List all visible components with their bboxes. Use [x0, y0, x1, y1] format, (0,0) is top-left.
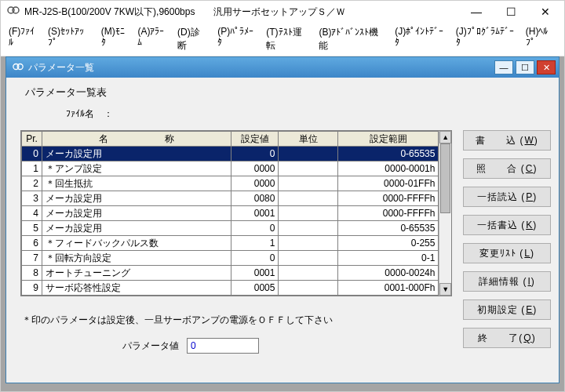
menu-parameter[interactable]: (P)ﾊﾟﾗﾒｰﾀ [214, 24, 260, 54]
menubar: (F)ﾌｧｲﾙ (S)ｾｯﾄｱｯﾌﾟ (M)ﾓﾆﾀ (A)ｱﾗｰﾑ (D)診断 … [1, 23, 564, 56]
child-minimize-button[interactable]: — [494, 60, 513, 74]
batch-read-button[interactable]: 一括読込 (P) [463, 187, 551, 207]
app-title-left: MR-J2S-B(100/200V 7KW以下),9600bps [24, 5, 195, 19]
verify-button[interactable]: 照 合 (C) [463, 158, 551, 179]
svg-point-3 [17, 64, 23, 69]
close-button[interactable]: 終 了(Q) [463, 328, 551, 348]
mdi-area: パラメータ一覧 — ☐ ✕ パラメータ一覧表 ﾌｧｲﾙ名 ： Pr. [1, 56, 564, 391]
menu-file[interactable]: (F)ﾌｧｲﾙ [5, 24, 42, 54]
scroll-thumb[interactable] [440, 143, 450, 213]
scroll-track[interactable] [439, 143, 451, 283]
table-scroll: Pr. 名 称 設定値 単位 設定範囲 0メーカ設定用00-655351＊アンプ… [20, 130, 452, 296]
menu-diagnosis[interactable]: (D)診断 [174, 24, 211, 54]
minimize-button[interactable]: — [459, 2, 494, 22]
parameter-list-window: パラメータ一覧 — ☐ ✕ パラメータ一覧表 ﾌｧｲﾙ名 ： Pr. [5, 56, 560, 383]
col-pr[interactable]: Pr. [22, 132, 42, 147]
table-row[interactable]: 2＊回生抵抗00000000-01FFh [22, 176, 439, 191]
heading: パラメータ一覧表 [25, 85, 551, 100]
table-row[interactable]: 6＊フィードバックパルス数10-255 [22, 236, 439, 251]
table-row[interactable]: 1＊アンプ設定00000000-0001h [22, 162, 439, 176]
maximize-button[interactable]: ☐ [494, 2, 528, 22]
menu-test[interactable]: (T)ﾃｽﾄ運転 [263, 24, 312, 54]
child-body: パラメータ一覧表 ﾌｧｲﾙ名 ： Pr. 名 称 設定値 単位 [6, 78, 559, 383]
menu-program[interactable]: (J)ﾌﾟﾛｸﾞﾗﾑﾃﾞｰﾀ [453, 24, 519, 54]
app-titlebar: MR-J2S-B(100/200V 7KW以下),9600bps 汎用サーボセッ… [1, 1, 564, 23]
table-row[interactable]: 4メーカ設定用00010000-FFFFh [22, 206, 439, 221]
filename-label: ﾌｧｲﾙ名 ： [66, 107, 551, 121]
detail-info-button[interactable]: 詳細情報 (I) [463, 271, 551, 292]
menu-help[interactable]: (H)ﾍﾙﾌﾟ [523, 24, 560, 54]
menu-setup[interactable]: (S)ｾｯﾄｱｯﾌﾟ [45, 24, 95, 54]
param-value-row: パラメータ値 [122, 338, 452, 354]
menu-advanced[interactable]: (B)ｱﾄﾞﾊﾞﾝｽﾄ機能 [315, 24, 388, 54]
menu-alarm[interactable]: (A)ｱﾗｰﾑ [134, 24, 171, 54]
change-list-button[interactable]: 変更ﾘｽﾄ (L) [463, 243, 551, 263]
col-value[interactable]: 設定値 [231, 132, 279, 147]
table-row[interactable]: 8オートチューニング00010000-0024h [22, 266, 439, 281]
vertical-scrollbar[interactable]: ▲ ▼ [439, 131, 451, 296]
app-title-right: 汎用サーボセットアップＳ／Ｗ [213, 5, 345, 19]
scroll-down-icon[interactable]: ▼ [439, 283, 451, 296]
table-row[interactable]: 9サーボ応答性設定00050001-000Fh [22, 281, 439, 296]
batch-write-button[interactable]: 一括書込 (K) [463, 215, 551, 235]
child-maximize-button[interactable]: ☐ [516, 60, 534, 74]
init-setting-button[interactable]: 初期設定 (E) [463, 299, 551, 320]
menu-point[interactable]: (J)ﾎﾟｲﾝﾄﾃﾞｰﾀ [392, 24, 450, 54]
menu-monitor[interactable]: (M)ﾓﾆﾀ [98, 24, 132, 54]
write-button[interactable]: 書 込 (W) [463, 130, 551, 151]
table-row[interactable]: 7＊回転方向設定00-1 [22, 251, 439, 266]
param-value-label: パラメータ値 [122, 339, 179, 353]
col-name[interactable]: 名 称 [42, 132, 231, 147]
scroll-up-icon[interactable]: ▲ [439, 131, 451, 143]
close-button[interactable]: ✕ [528, 2, 563, 22]
child-titlebar: パラメータ一覧 — ☐ ✕ [6, 57, 559, 78]
svg-point-1 [13, 7, 19, 13]
table-row[interactable]: 3メーカ設定用00800000-FFFFh [22, 191, 439, 206]
table-pane: Pr. 名 称 設定値 単位 設定範囲 0メーカ設定用00-655351＊アンプ… [20, 130, 452, 375]
child-icon [13, 61, 24, 74]
button-column: 書 込 (W)照 合 (C)一括読込 (P)一括書込 (K)変更ﾘｽﾄ (L)詳… [463, 130, 551, 375]
col-range[interactable]: 設定範囲 [338, 132, 439, 147]
app-window: MR-J2S-B(100/200V 7KW以下),9600bps 汎用サーボセッ… [0, 0, 565, 392]
table-row[interactable]: 0メーカ設定用00-65535 [22, 147, 439, 162]
app-icon [7, 4, 20, 20]
footnote: ＊印のパラメータは設定後、一旦サーボアンプの電源をＯＦＦして下さい [22, 314, 452, 327]
param-value-input[interactable] [187, 338, 259, 354]
table-row[interactable]: 5メーカ設定用00-65535 [22, 221, 439, 236]
child-close-button[interactable]: ✕ [537, 60, 556, 74]
child-title-text: パラメータ一覧 [28, 61, 94, 74]
table-header-row: Pr. 名 称 設定値 単位 設定範囲 [22, 132, 439, 147]
col-unit[interactable]: 単位 [279, 132, 338, 147]
parameter-table: Pr. 名 称 設定値 単位 設定範囲 0メーカ設定用00-655351＊アンプ… [21, 131, 439, 296]
